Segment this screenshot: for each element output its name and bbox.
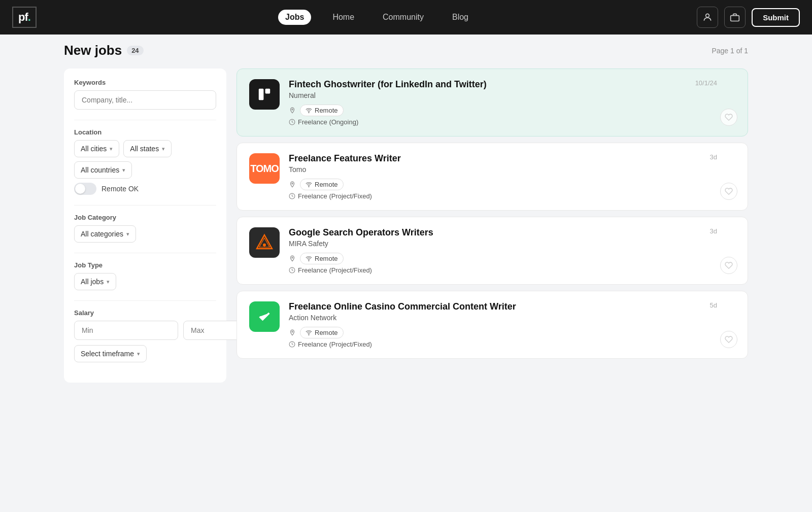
remote-badge-4: Remote — [300, 327, 344, 338]
heart-icon-1 — [725, 113, 733, 121]
svg-marker-10 — [257, 235, 272, 249]
all-countries-label: All countries — [81, 166, 119, 174]
company-logo-3 — [249, 227, 280, 258]
jobs-count-badge: 24 — [127, 46, 143, 55]
svg-point-13 — [292, 257, 293, 258]
divider-3 — [74, 253, 216, 253]
location-icon-3 — [289, 255, 296, 262]
pin-icon-4 — [289, 329, 296, 336]
job-type-4: Freelance (Project/Fixed) — [289, 340, 735, 348]
tomo-logo-text: TOMO — [250, 163, 279, 175]
job-info-3: Google Search Operators Writers MIRA Saf… — [289, 227, 735, 274]
save-job-3[interactable] — [720, 257, 737, 274]
nav-home[interactable]: Home — [325, 10, 361, 25]
job-tags-4: Remote — [289, 327, 735, 338]
save-job-2[interactable] — [720, 183, 737, 200]
nav-community[interactable]: Community — [376, 10, 431, 25]
job-date-3: 3d — [710, 227, 717, 235]
divider-4 — [74, 300, 216, 301]
company-logo-1 — [249, 79, 280, 110]
page-title-section: New jobs 24 — [64, 43, 144, 58]
job-type-1: Freelance (Ongoing) — [289, 118, 735, 126]
remote-badge-3: Remote — [300, 253, 344, 264]
all-categories-select[interactable]: All categories ▾ — [74, 225, 136, 243]
keywords-label: Keywords — [74, 79, 216, 86]
wifi-icon-3 — [306, 255, 312, 262]
action-logo-icon — [257, 310, 272, 324]
job-title-2: Freelance Features Writer — [289, 153, 735, 164]
company-name-2: Tomo — [289, 165, 735, 174]
company-logo-2: TOMO — [249, 153, 280, 184]
job-card-1[interactable]: Fintech Ghostwriter (for LinkedIn and Tw… — [236, 69, 748, 136]
salary-min-input[interactable] — [74, 321, 178, 340]
job-info-2: Freelance Features Writer Tomo Remote Fr… — [289, 153, 735, 200]
all-cities-select[interactable]: All cities ▾ — [74, 140, 119, 157]
heart-icon-2 — [725, 187, 733, 195]
clock-icon-4 — [289, 341, 295, 348]
clock-icon-2 — [289, 193, 295, 199]
all-states-select[interactable]: All states ▾ — [123, 140, 172, 157]
all-countries-select[interactable]: All countries ▾ — [74, 161, 132, 179]
job-info-1: Fintech Ghostwriter (for LinkedIn and Tw… — [289, 79, 735, 126]
save-job-4[interactable] — [720, 331, 737, 348]
location-label: Location — [74, 128, 216, 136]
remote-ok-label: Remote OK — [101, 185, 139, 193]
company-name-1: Numeral — [289, 91, 735, 99]
numeral-logo-icon — [256, 86, 273, 103]
remote-badge-1: Remote — [300, 105, 344, 116]
svg-point-7 — [292, 183, 293, 184]
pagination-info: Page 1 of 1 — [712, 47, 748, 55]
job-type-label: Job Type — [74, 261, 216, 269]
site-header: pf. Jobs Home Community Blog Submit — [0, 0, 812, 35]
job-title-4: Freelance Online Casino Commercial Conte… — [289, 301, 735, 312]
svg-point-14 — [309, 260, 309, 261]
divider-1 — [74, 120, 216, 120]
job-type-2: Freelance (Project/Fixed) — [289, 192, 735, 200]
job-card-3[interactable]: Google Search Operators Writers MIRA Saf… — [236, 217, 748, 285]
timeframe-select[interactable]: Select timeframe ▾ — [74, 345, 147, 362]
all-jobs-select[interactable]: All jobs ▾ — [74, 273, 116, 290]
remote-badge-2: Remote — [300, 179, 344, 190]
all-countries-arrow: ▾ — [122, 167, 125, 174]
portfolio-button[interactable] — [724, 7, 746, 28]
job-date-1: 10/1/24 — [695, 79, 717, 87]
company-name-3: MIRA Safety — [289, 240, 735, 248]
mira-logo-icon — [255, 233, 274, 252]
profile-button[interactable] — [697, 7, 718, 28]
briefcase-icon — [730, 12, 740, 22]
wifi-icon-1 — [306, 107, 312, 114]
header-actions: Submit — [697, 7, 800, 28]
remote-toggle-row: Remote OK — [74, 183, 216, 195]
heart-icon-4 — [725, 335, 733, 344]
job-card-2[interactable]: TOMO Freelance Features Writer Tomo Remo… — [236, 143, 748, 211]
submit-button[interactable]: Submit — [752, 8, 800, 27]
logo[interactable]: pf. — [12, 7, 37, 28]
svg-rect-2 — [259, 89, 264, 100]
svg-point-4 — [292, 109, 293, 110]
all-jobs-label: All jobs — [81, 278, 104, 286]
timeframe-arrow: ▾ — [137, 351, 140, 357]
nav-blog[interactable]: Blog — [445, 10, 476, 25]
remote-toggle[interactable] — [74, 183, 96, 195]
keywords-input[interactable] — [74, 90, 216, 110]
svg-point-8 — [309, 186, 309, 187]
job-list: Fintech Ghostwriter (for LinkedIn and Tw… — [236, 69, 748, 383]
clock-icon-1 — [289, 119, 295, 125]
job-info-4: Freelance Online Casino Commercial Conte… — [289, 301, 735, 348]
user-icon — [702, 12, 713, 22]
all-categories-arrow: ▾ — [126, 231, 129, 237]
timeframe-label: Select timeframe — [81, 350, 134, 358]
job-title-3: Google Search Operators Writers — [289, 227, 735, 238]
nav-jobs[interactable]: Jobs — [278, 10, 311, 25]
job-card-4[interactable]: Freelance Online Casino Commercial Conte… — [236, 291, 748, 359]
salary-label: Salary — [74, 309, 216, 317]
logo-dot: . — [28, 11, 30, 23]
job-type-section: Job Type All jobs ▾ — [74, 261, 216, 290]
job-tags-3: Remote — [289, 253, 735, 264]
location-row: All cities ▾ All states ▾ — [74, 140, 216, 157]
heart-icon-3 — [725, 261, 733, 269]
save-job-1[interactable] — [720, 109, 737, 126]
svg-rect-1 — [731, 16, 739, 21]
location-icon-4 — [289, 329, 296, 336]
job-tags-2: Remote — [289, 179, 735, 190]
